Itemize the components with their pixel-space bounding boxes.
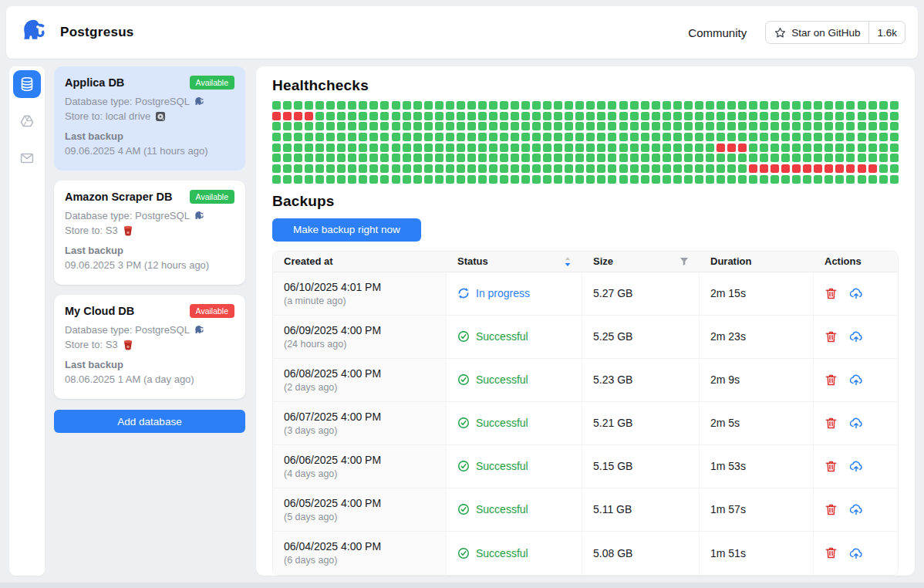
delete-backup-icon[interactable] [825, 417, 838, 430]
database-card[interactable]: Amazon Scraper DBAvailableDatabase type:… [54, 181, 245, 285]
healthcheck-cell-ok [403, 122, 411, 130]
filter-icon[interactable] [680, 257, 689, 266]
healthcheck-cell-ok [554, 144, 562, 152]
restore-backup-icon[interactable] [849, 459, 863, 473]
healthcheck-cell-ok [858, 122, 866, 130]
healthcheck-cell-ok [326, 164, 335, 173]
delete-backup-icon[interactable] [825, 546, 838, 559]
healthcheck-cell-ok [315, 101, 324, 110]
healthcheck-cell-ok [446, 112, 454, 120]
healthcheck-cell-ok [532, 112, 541, 120]
healthcheck-cell-ok [879, 101, 888, 110]
restore-backup-icon[interactable] [849, 329, 863, 343]
healthcheck-cell-failed [858, 164, 866, 173]
delete-backup-icon[interactable] [825, 503, 838, 516]
size-cell: 5.08 GB [582, 532, 700, 575]
healthcheck-cell-ok [749, 175, 757, 184]
healthcheck-cell-ok [337, 144, 346, 152]
status-cell: Successful [447, 402, 582, 444]
healthcheck-cell-ok [369, 175, 378, 184]
delete-backup-icon[interactable] [825, 287, 838, 300]
healthcheck-cell-ok [446, 122, 454, 130]
delete-backup-icon[interactable] [825, 460, 838, 473]
restore-backup-icon[interactable] [849, 546, 863, 560]
healthcheck-cell-ok [890, 175, 899, 184]
created-at-cell: 06/10/2025 4:01 PM(a minute ago) [273, 272, 447, 315]
healthcheck-cell-ok [706, 112, 714, 120]
healthcheck-cell-ok [435, 101, 443, 110]
healthcheck-cell-ok [521, 154, 530, 162]
column-header-label: Duration [710, 255, 751, 267]
healthcheck-cell-ok [760, 133, 768, 141]
sidebar-item-databases[interactable] [13, 70, 41, 98]
healthcheck-cell-ok [467, 112, 476, 120]
healthcheck-cell-ok [424, 175, 433, 184]
healthcheck-cell-ok [446, 133, 454, 141]
status-text: Successful [476, 417, 528, 429]
healthcheck-cell-ok [369, 164, 378, 173]
check-circle-icon [457, 460, 470, 472]
horizontal-scrollbar[interactable] [0, 583, 924, 588]
healthcheck-cell-ok [489, 133, 497, 141]
sidebar-item-storage[interactable] [13, 107, 41, 135]
restore-backup-icon[interactable] [849, 502, 863, 516]
healthcheck-cell-failed [283, 112, 292, 120]
database-card[interactable]: My Cloud DBAvailableDatabase type: Postg… [54, 295, 245, 399]
delete-backup-icon[interactable] [825, 373, 838, 387]
healthcheck-cell-ok [272, 133, 281, 141]
healthcheck-cell-ok [781, 175, 790, 184]
status-text: Successful [476, 373, 528, 386]
healthcheck-cell-ok [359, 175, 367, 184]
make-backup-button[interactable]: Make backup right now [272, 218, 421, 242]
restore-backup-icon[interactable] [849, 286, 863, 300]
delete-backup-icon[interactable] [825, 330, 838, 343]
healthcheck-cell-ok [727, 154, 736, 162]
healthcheck-cell-failed [738, 144, 747, 152]
healthcheck-cell-ok [424, 164, 433, 173]
star-on-github-button[interactable]: Star on GitHub [766, 22, 869, 43]
healthcheck-cell-ok [446, 154, 454, 162]
healthcheck-cell-ok [435, 112, 443, 120]
healthcheck-cell-ok [695, 112, 703, 120]
star-count[interactable]: 1.6k [869, 22, 905, 43]
backup-date: 06/09/2025 4:00 PM [284, 324, 381, 336]
duration-cell: 1m 51s [700, 532, 814, 575]
healthcheck-cell-ok [532, 144, 541, 152]
sort-icon[interactable] [564, 256, 572, 267]
healthcheck-cell-ok [586, 101, 595, 110]
healthcheck-cell-ok [597, 164, 605, 173]
healthcheck-cell-ok [717, 122, 725, 130]
healthcheck-cell-ok [890, 144, 899, 152]
healthcheck-cell-ok [326, 112, 335, 120]
healthcheck-cell-ok [663, 133, 671, 141]
healthcheck-cell-ok [652, 154, 660, 162]
healthcheck-cell-ok [380, 154, 389, 162]
created-at-cell: 06/04/2025 4:00 PM(6 days ago) [273, 532, 447, 575]
s3-bucket-icon [123, 340, 133, 350]
healthcheck-cell-ok [781, 101, 790, 110]
healthcheck-cell-ok [879, 112, 888, 120]
column-header-status[interactable]: Status [447, 252, 582, 272]
healthcheck-cell-ok [554, 122, 562, 130]
healthcheck-cell-ok [858, 175, 866, 184]
brand[interactable]: Postgresus [22, 16, 134, 49]
database-card[interactable]: Applica DBAvailableDatabase type: Postgr… [54, 66, 245, 171]
community-link[interactable]: Community [688, 26, 747, 39]
healthcheck-cell-failed [814, 164, 822, 173]
healthcheck-cell-ok [326, 122, 335, 130]
elephant-logo-icon [22, 16, 51, 49]
healthcheck-cell-ok [868, 133, 877, 141]
healthcheck-cell-ok [521, 133, 530, 141]
healthcheck-cell-ok [294, 133, 302, 141]
table-body: 06/10/2025 4:01 PM(a minute ago)In progr… [273, 272, 898, 575]
add-database-button[interactable]: Add database [54, 410, 245, 433]
healthcheck-cell-ok [630, 144, 639, 152]
healthcheck-cell-ok [413, 112, 422, 120]
healthcheck-cell-ok [369, 133, 378, 141]
healthcheck-cell-ok [467, 122, 476, 130]
healthcheck-cell-ok [673, 164, 682, 173]
restore-backup-icon[interactable] [849, 416, 863, 430]
healthcheck-cell-ok [511, 154, 519, 162]
restore-backup-icon[interactable] [849, 373, 863, 387]
sidebar-item-notifications[interactable] [13, 144, 41, 172]
